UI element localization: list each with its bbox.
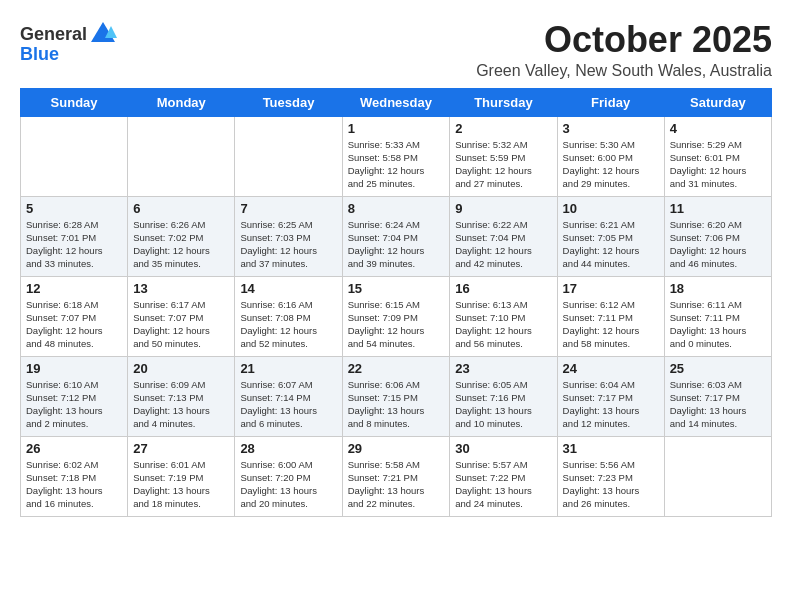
day-number: 17 <box>563 281 659 296</box>
day-info: Sunrise: 6:01 AM Sunset: 7:19 PM Dayligh… <box>133 458 229 511</box>
day-info: Sunrise: 6:28 AM Sunset: 7:01 PM Dayligh… <box>26 218 122 271</box>
day-info: Sunrise: 5:57 AM Sunset: 7:22 PM Dayligh… <box>455 458 551 511</box>
header-wednesday: Wednesday <box>342 88 450 116</box>
day-number: 5 <box>26 201 122 216</box>
calendar-cell <box>664 436 771 516</box>
calendar-week-4: 19Sunrise: 6:10 AM Sunset: 7:12 PM Dayli… <box>21 356 772 436</box>
logo-blue: Blue <box>20 44 59 65</box>
calendar-cell: 28Sunrise: 6:00 AM Sunset: 7:20 PM Dayli… <box>235 436 342 516</box>
calendar-cell: 15Sunrise: 6:15 AM Sunset: 7:09 PM Dayli… <box>342 276 450 356</box>
calendar-cell: 29Sunrise: 5:58 AM Sunset: 7:21 PM Dayli… <box>342 436 450 516</box>
calendar-cell: 22Sunrise: 6:06 AM Sunset: 7:15 PM Dayli… <box>342 356 450 436</box>
calendar-cell: 7Sunrise: 6:25 AM Sunset: 7:03 PM Daylig… <box>235 196 342 276</box>
day-number: 11 <box>670 201 766 216</box>
day-info: Sunrise: 6:12 AM Sunset: 7:11 PM Dayligh… <box>563 298 659 351</box>
calendar-cell: 2Sunrise: 5:32 AM Sunset: 5:59 PM Daylig… <box>450 116 557 196</box>
header-tuesday: Tuesday <box>235 88 342 116</box>
day-info: Sunrise: 6:15 AM Sunset: 7:09 PM Dayligh… <box>348 298 445 351</box>
day-number: 25 <box>670 361 766 376</box>
day-number: 29 <box>348 441 445 456</box>
header-monday: Monday <box>128 88 235 116</box>
calendar-cell: 12Sunrise: 6:18 AM Sunset: 7:07 PM Dayli… <box>21 276 128 356</box>
logo: General Blue <box>20 20 117 65</box>
day-number: 7 <box>240 201 336 216</box>
day-info: Sunrise: 6:10 AM Sunset: 7:12 PM Dayligh… <box>26 378 122 431</box>
day-info: Sunrise: 6:09 AM Sunset: 7:13 PM Dayligh… <box>133 378 229 431</box>
calendar-cell <box>21 116 128 196</box>
calendar-cell: 11Sunrise: 6:20 AM Sunset: 7:06 PM Dayli… <box>664 196 771 276</box>
calendar-cell: 18Sunrise: 6:11 AM Sunset: 7:11 PM Dayli… <box>664 276 771 356</box>
day-info: Sunrise: 5:33 AM Sunset: 5:58 PM Dayligh… <box>348 138 445 191</box>
weekday-header-row: Sunday Monday Tuesday Wednesday Thursday… <box>21 88 772 116</box>
day-info: Sunrise: 5:56 AM Sunset: 7:23 PM Dayligh… <box>563 458 659 511</box>
day-number: 12 <box>26 281 122 296</box>
day-number: 18 <box>670 281 766 296</box>
day-info: Sunrise: 6:03 AM Sunset: 7:17 PM Dayligh… <box>670 378 766 431</box>
day-info: Sunrise: 5:29 AM Sunset: 6:01 PM Dayligh… <box>670 138 766 191</box>
day-number: 30 <box>455 441 551 456</box>
day-number: 6 <box>133 201 229 216</box>
title-section: October 2025 Green Valley, New South Wal… <box>476 20 772 80</box>
day-info: Sunrise: 6:00 AM Sunset: 7:20 PM Dayligh… <box>240 458 336 511</box>
calendar-cell: 14Sunrise: 6:16 AM Sunset: 7:08 PM Dayli… <box>235 276 342 356</box>
day-number: 10 <box>563 201 659 216</box>
day-info: Sunrise: 6:24 AM Sunset: 7:04 PM Dayligh… <box>348 218 445 271</box>
calendar-week-3: 12Sunrise: 6:18 AM Sunset: 7:07 PM Dayli… <box>21 276 772 356</box>
calendar-cell: 25Sunrise: 6:03 AM Sunset: 7:17 PM Dayli… <box>664 356 771 436</box>
header-friday: Friday <box>557 88 664 116</box>
day-number: 2 <box>455 121 551 136</box>
calendar-cell: 4Sunrise: 5:29 AM Sunset: 6:01 PM Daylig… <box>664 116 771 196</box>
calendar-cell: 31Sunrise: 5:56 AM Sunset: 7:23 PM Dayli… <box>557 436 664 516</box>
day-info: Sunrise: 5:32 AM Sunset: 5:59 PM Dayligh… <box>455 138 551 191</box>
day-info: Sunrise: 6:18 AM Sunset: 7:07 PM Dayligh… <box>26 298 122 351</box>
calendar-cell: 16Sunrise: 6:13 AM Sunset: 7:10 PM Dayli… <box>450 276 557 356</box>
calendar-cell: 19Sunrise: 6:10 AM Sunset: 7:12 PM Dayli… <box>21 356 128 436</box>
day-number: 24 <box>563 361 659 376</box>
day-number: 14 <box>240 281 336 296</box>
day-info: Sunrise: 6:20 AM Sunset: 7:06 PM Dayligh… <box>670 218 766 271</box>
header-sunday: Sunday <box>21 88 128 116</box>
day-info: Sunrise: 6:02 AM Sunset: 7:18 PM Dayligh… <box>26 458 122 511</box>
day-number: 13 <box>133 281 229 296</box>
calendar-cell <box>128 116 235 196</box>
day-number: 27 <box>133 441 229 456</box>
day-info: Sunrise: 6:06 AM Sunset: 7:15 PM Dayligh… <box>348 378 445 431</box>
day-info: Sunrise: 5:30 AM Sunset: 6:00 PM Dayligh… <box>563 138 659 191</box>
calendar-cell: 10Sunrise: 6:21 AM Sunset: 7:05 PM Dayli… <box>557 196 664 276</box>
month-title: October 2025 <box>476 20 772 60</box>
calendar-cell: 24Sunrise: 6:04 AM Sunset: 7:17 PM Dayli… <box>557 356 664 436</box>
day-number: 3 <box>563 121 659 136</box>
day-info: Sunrise: 5:58 AM Sunset: 7:21 PM Dayligh… <box>348 458 445 511</box>
day-info: Sunrise: 6:16 AM Sunset: 7:08 PM Dayligh… <box>240 298 336 351</box>
calendar-cell: 26Sunrise: 6:02 AM Sunset: 7:18 PM Dayli… <box>21 436 128 516</box>
calendar-cell: 1Sunrise: 5:33 AM Sunset: 5:58 PM Daylig… <box>342 116 450 196</box>
day-number: 19 <box>26 361 122 376</box>
calendar-cell: 20Sunrise: 6:09 AM Sunset: 7:13 PM Dayli… <box>128 356 235 436</box>
calendar-cell <box>235 116 342 196</box>
logo-general: General <box>20 24 87 45</box>
calendar-cell: 9Sunrise: 6:22 AM Sunset: 7:04 PM Daylig… <box>450 196 557 276</box>
day-number: 20 <box>133 361 229 376</box>
calendar-cell: 3Sunrise: 5:30 AM Sunset: 6:00 PM Daylig… <box>557 116 664 196</box>
logo-icon <box>89 20 117 48</box>
day-number: 4 <box>670 121 766 136</box>
header-thursday: Thursday <box>450 88 557 116</box>
day-number: 28 <box>240 441 336 456</box>
calendar-table: Sunday Monday Tuesday Wednesday Thursday… <box>20 88 772 517</box>
day-number: 23 <box>455 361 551 376</box>
day-number: 9 <box>455 201 551 216</box>
day-info: Sunrise: 6:26 AM Sunset: 7:02 PM Dayligh… <box>133 218 229 271</box>
calendar-cell: 13Sunrise: 6:17 AM Sunset: 7:07 PM Dayli… <box>128 276 235 356</box>
day-info: Sunrise: 6:05 AM Sunset: 7:16 PM Dayligh… <box>455 378 551 431</box>
page-header: General Blue October 2025 Green Valley, … <box>20 20 772 80</box>
day-info: Sunrise: 6:11 AM Sunset: 7:11 PM Dayligh… <box>670 298 766 351</box>
day-number: 31 <box>563 441 659 456</box>
day-number: 22 <box>348 361 445 376</box>
day-info: Sunrise: 6:04 AM Sunset: 7:17 PM Dayligh… <box>563 378 659 431</box>
calendar-cell: 8Sunrise: 6:24 AM Sunset: 7:04 PM Daylig… <box>342 196 450 276</box>
calendar-week-1: 1Sunrise: 5:33 AM Sunset: 5:58 PM Daylig… <box>21 116 772 196</box>
day-number: 1 <box>348 121 445 136</box>
calendar-week-2: 5Sunrise: 6:28 AM Sunset: 7:01 PM Daylig… <box>21 196 772 276</box>
calendar-week-5: 26Sunrise: 6:02 AM Sunset: 7:18 PM Dayli… <box>21 436 772 516</box>
day-info: Sunrise: 6:13 AM Sunset: 7:10 PM Dayligh… <box>455 298 551 351</box>
